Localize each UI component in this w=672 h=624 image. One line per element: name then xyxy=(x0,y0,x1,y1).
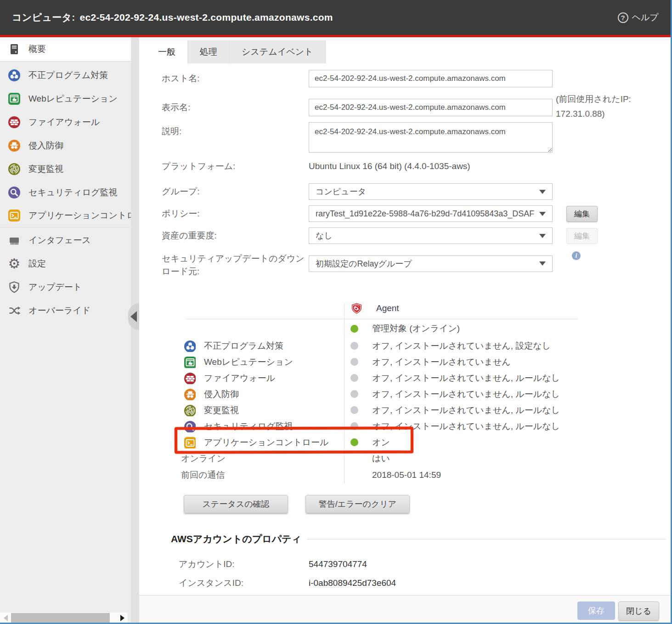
sidebar-item-firewall[interactable]: ファイアウォール xyxy=(0,110,131,134)
sidebar-item-label: 設定 xyxy=(28,258,46,270)
sidebar-item-label: 変更監視 xyxy=(28,163,63,175)
update-source-label: セキュリティアップデートのダウンロード元: xyxy=(162,252,309,278)
sidebar-horizontal-scrollbar[interactable] xyxy=(0,613,128,623)
update-source-select-value: 初期設定のRelayグループ xyxy=(316,258,539,269)
platform-label: プラットフォーム: xyxy=(162,160,309,173)
clear-warnings-errors-button[interactable]: 警告/エラーのクリア xyxy=(305,495,410,513)
settings-gear-icon: ⚙ xyxy=(7,257,21,271)
scrollbar-thumb[interactable] xyxy=(11,613,110,623)
group-label: グループ: xyxy=(162,185,309,198)
sidebar-item-web-reputation[interactable]: Webレピュテーション xyxy=(0,87,131,110)
group-select[interactable]: コンピュータ xyxy=(309,183,553,200)
policy-select[interactable]: raryTest_1d91e22e-5988-4a76-b29d-7d41095… xyxy=(309,205,553,222)
status-dot-gray xyxy=(350,342,358,350)
table-row-online: オンライン はい xyxy=(180,450,582,466)
agent-column-header: Agent xyxy=(376,303,399,313)
general-form: (前回使用されたIP: 172.31.0.88) ホスト名: 表示名: 説明: … xyxy=(139,63,671,611)
tab-system-events[interactable]: システムイベント xyxy=(230,40,326,63)
sidebar-item-label: オーバーライド xyxy=(28,305,90,317)
asset-importance-edit-button: 編集 xyxy=(566,228,598,244)
sidebar-item-label: セキュリティログ監視 xyxy=(28,187,118,199)
module-label: Webレピュテーション xyxy=(204,356,293,368)
instance-id-value: i-0ab8089425d73e604 xyxy=(309,578,396,588)
update-source-select[interactable]: 初期設定のRelayグループ xyxy=(309,255,553,272)
table-row-log-inspection: セキュリティログ監視 オフ, インストールされていません, ルールなし xyxy=(180,418,582,434)
firewall-icon xyxy=(184,372,196,384)
dialog-footer: 保存 閉じる xyxy=(139,595,671,624)
description-textarea[interactable]: ec2-54-202-92-24.us-west-2.compute.amazo… xyxy=(309,122,553,153)
scroll-right-arrow-icon[interactable] xyxy=(117,613,128,623)
status-actions: ステータスの確認 警告/エラーのクリア xyxy=(184,495,671,513)
status-text: オフ, インストールされていません, ルールなし xyxy=(372,388,560,400)
instance-id-label: インスタンスID: xyxy=(179,577,309,589)
hostname-input[interactable] xyxy=(309,70,553,87)
sidebar-item-integrity-monitoring[interactable]: 変更監視 xyxy=(0,157,131,181)
sidebar: 概要 不正プログラム対策 Webレピュテーション ファイアウォール 侵入防御 変… xyxy=(0,37,131,624)
check-status-button[interactable]: ステータスの確認 xyxy=(184,495,288,513)
policy-label: ポリシー: xyxy=(162,207,309,220)
platform-value: Ubuntu Linux 16 (64 bit) (4.4.0-1035-aws… xyxy=(309,161,470,171)
account-id-value: 544739704774 xyxy=(309,559,367,569)
section-rule xyxy=(307,539,666,539)
module-label: 侵入防御 xyxy=(204,388,239,400)
status-text: オフ, インストールされていません, 設定なし xyxy=(372,340,551,352)
display-name-input[interactable] xyxy=(309,99,553,116)
application-control-icon xyxy=(184,437,196,448)
table-header-row: Agent xyxy=(180,298,582,319)
log-inspection-icon xyxy=(184,420,196,432)
status-dot-gray xyxy=(350,374,358,382)
help-button[interactable]: ? ヘルプ xyxy=(618,11,659,23)
sidebar-item-log-inspection[interactable]: セキュリティログ監視 xyxy=(0,181,131,204)
tab-general[interactable]: 一般 xyxy=(146,40,188,63)
chevron-down-icon xyxy=(539,261,546,266)
status-text: オフ, インストールされていません, ルールなし xyxy=(372,420,560,432)
tab-actions[interactable]: 処理 xyxy=(188,40,230,63)
status-dot-gray xyxy=(350,406,358,414)
log-inspection-icon xyxy=(7,186,21,199)
last-used-ip-note: (前回使用されたIP: 172.31.0.88) xyxy=(556,92,641,122)
overrides-shuffle-icon xyxy=(7,304,21,318)
close-button[interactable]: 閉じる xyxy=(618,601,659,621)
sidebar-item-anti-malware[interactable]: 不正プログラム対策 xyxy=(0,63,131,87)
asset-importance-select-value: なし xyxy=(316,230,539,241)
sidebar-item-settings[interactable]: ⚙ 設定 xyxy=(0,252,131,275)
tab-bar: 一般 処理 システムイベント xyxy=(146,40,671,63)
sidebar-item-intrusion-prevention[interactable]: 侵入防御 xyxy=(0,134,131,157)
table-row-integrity-monitoring: 変更監視 オフ, インストールされていません, ルールなし xyxy=(180,402,582,418)
module-label: セキュリティログ監視 xyxy=(204,420,293,432)
save-button[interactable]: 保存 xyxy=(577,601,615,620)
sidebar-splitter xyxy=(131,37,139,624)
module-label: ファイアウォール xyxy=(204,372,275,384)
sidebar-item-label: 不正プログラム対策 xyxy=(28,69,108,81)
chevron-left-icon xyxy=(130,311,137,322)
status-dot-gray xyxy=(350,390,358,398)
status-dot-green xyxy=(350,438,358,446)
asset-importance-label: 資産の重要度: xyxy=(162,229,309,242)
status-text: オフ, インストールされていません xyxy=(372,356,511,368)
sidebar-item-label: アプリケーションコントロール xyxy=(28,210,131,221)
sidebar-item-label: インタフェース xyxy=(28,234,91,246)
web-reputation-icon xyxy=(184,356,196,368)
module-label: 不正プログラム対策 xyxy=(204,340,283,352)
policy-edit-button[interactable]: 編集 xyxy=(566,206,598,222)
chevron-down-icon xyxy=(539,212,546,216)
table-row-web-reputation: Webレピュテーション オフ, インストールされていません xyxy=(180,354,582,370)
firewall-icon xyxy=(7,115,21,129)
sidebar-item-application-control[interactable]: アプリケーションコントロール xyxy=(0,204,131,227)
asset-importance-select[interactable]: なし xyxy=(309,227,553,244)
sidebar-item-updates[interactable]: アップデート xyxy=(0,275,131,299)
sidebar-item-overrides[interactable]: オーバーライド xyxy=(0,299,131,322)
status-dot-gray xyxy=(350,358,358,366)
module-label: 変更監視 xyxy=(204,404,239,416)
status-dot-gray xyxy=(350,422,358,430)
info-icon[interactable]: i xyxy=(572,251,581,260)
help-label: ヘルプ xyxy=(632,11,659,23)
sidebar-item-overview[interactable]: 概要 xyxy=(0,37,131,62)
scroll-left-arrow-icon[interactable] xyxy=(0,613,11,623)
updates-shield-icon xyxy=(7,280,21,294)
last-communication-value: 2018-05-01 14:59 xyxy=(372,470,441,480)
anti-malware-icon xyxy=(184,340,196,352)
page-title: コンピュータ:ec2-54-202-92-24.us-west-2.comput… xyxy=(12,11,333,24)
scrollbar-track[interactable] xyxy=(11,613,117,623)
sidebar-item-interfaces[interactable]: インタフェース xyxy=(0,228,131,252)
